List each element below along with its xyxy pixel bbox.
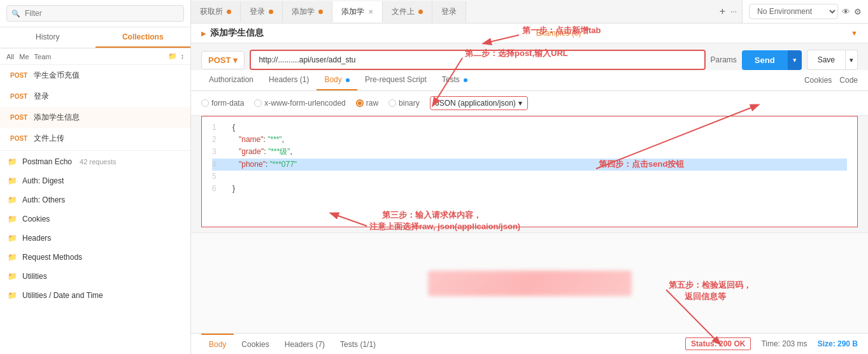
code-line: 1 { — [212, 122, 847, 134]
sub-tab-prerequest[interactable]: Pre-request Script — [357, 70, 434, 90]
tab-label: 获取所 — [200, 6, 223, 17]
sub-tab-headers[interactable]: Headers (1) — [261, 70, 317, 90]
tab-collections[interactable]: Collections — [96, 27, 191, 48]
folder-icon: 📁 — [8, 291, 17, 300]
sidebar-collection-cookies[interactable]: 📁 Cookies — [0, 209, 190, 229]
tab-dot — [227, 10, 231, 14]
more-tabs-button[interactable]: ··· — [730, 7, 737, 16]
sidebar-item-login[interactable]: POST 登录 — [0, 86, 190, 107]
radio-urlencoded[interactable]: x-www-form-urlencoded — [254, 99, 345, 108]
filter-all[interactable]: All — [6, 53, 14, 60]
tab-denglu2[interactable]: 登录 — [432, 1, 466, 22]
response-blur — [428, 271, 632, 296]
method-select[interactable]: POST ▾ — [201, 51, 245, 69]
cookies-link[interactable]: Cookies — [804, 76, 832, 85]
tab-tianjia2[interactable]: 添加学 ✕ — [332, 1, 383, 22]
filter-team[interactable]: Team — [34, 53, 52, 60]
tab-dot — [418, 10, 423, 14]
settings-icon[interactable]: ⚙ — [854, 7, 862, 17]
env-select[interactable]: No Environment — [749, 4, 838, 19]
save-button-group: Save ▾ — [807, 50, 858, 70]
tab-denglu1[interactable]: 登录 — [241, 1, 283, 22]
bottom-tab-cookies[interactable]: Cookies — [234, 334, 276, 354]
send-button[interactable]: Send — [742, 50, 788, 70]
sidebar: 🔍 History Collections All Me Team 📁 ↕ PO… — [0, 0, 191, 354]
radio-label: x-www-form-urlencoded — [264, 99, 345, 108]
sub-tab-auth[interactable]: Authorization — [201, 70, 261, 90]
radio-label: raw — [366, 99, 378, 108]
sidebar-collection-headers[interactable]: 📁 Headers — [0, 229, 190, 248]
code-content: { — [232, 122, 235, 134]
request-title: 添加学生信息 — [210, 27, 264, 39]
filter-input[interactable] — [6, 5, 184, 22]
code-line: 3 "grade": "***级", — [212, 146, 847, 158]
sidebar-collection-auth-digest[interactable]: 📁 Auth: Digest — [0, 171, 190, 190]
tab-close-icon[interactable]: ✕ — [368, 8, 373, 15]
line-num: 3 — [212, 146, 225, 158]
line-num: 5 — [212, 171, 225, 183]
url-input-wrap — [250, 50, 705, 70]
env-bar: No Environment 👁 ⚙ — [742, 0, 868, 23]
line-num: 1 — [212, 122, 225, 134]
filter-me[interactable]: Me — [19, 53, 29, 60]
json-type-selector[interactable]: JSON (application/json) ▾ — [430, 96, 528, 110]
line-num: 6 — [212, 183, 225, 195]
examples-link[interactable]: Examples (0) — [534, 29, 581, 38]
sub-tab-tests[interactable]: Tests — [434, 70, 475, 90]
sort-icon[interactable]: ↕ — [181, 52, 185, 60]
url-input[interactable] — [250, 50, 705, 70]
method-badge-post: POST — [8, 71, 30, 80]
folder-icon: 📁 — [8, 215, 17, 223]
save-dropdown-button[interactable]: ▾ — [846, 50, 858, 70]
code-line: 6 } — [212, 183, 847, 195]
sidebar-item-gold[interactable]: POST 学生金币充值 — [0, 65, 190, 86]
tab-wenjianshang[interactable]: 文件上 — [383, 1, 432, 22]
tab-huoqusuo[interactable]: 获取所 — [191, 1, 241, 22]
save-button[interactable]: Save — [807, 50, 846, 70]
sidebar-item-fileupload[interactable]: POST 文件上传 — [0, 128, 190, 149]
method-badge-post: POST — [8, 92, 30, 101]
sidebar-item-addstudent[interactable]: POST 添加学生信息 — [0, 107, 190, 128]
item-name: 文件上传 — [34, 133, 64, 144]
send-dropdown-button[interactable]: ▾ — [788, 50, 802, 70]
sidebar-collection-utilities[interactable]: 📁 Utilities — [0, 267, 190, 286]
code-editor[interactable]: 1 { 2 "name": "***", 3 "grade": "***级", … — [201, 116, 858, 227]
radio-raw[interactable]: raw — [356, 99, 378, 108]
code-line-selected: 4 "phone": "***077" — [212, 159, 847, 171]
sidebar-collection-echo[interactable]: 📁 Postman Echo 42 requests — [0, 152, 190, 171]
item-name: 添加学生信息 — [34, 112, 80, 123]
sidebar-divider — [0, 150, 190, 151]
tab-history[interactable]: History — [0, 27, 96, 48]
radio-binary[interactable]: binary — [388, 99, 420, 108]
sub-tab-body[interactable]: Body — [317, 70, 357, 90]
sub-tab-right: Cookies Code — [804, 76, 858, 85]
body-options: form-data x-www-form-urlencoded raw bina… — [191, 91, 868, 116]
tab-dot — [318, 10, 323, 14]
collection-name: Utilities — [22, 272, 47, 281]
collection-name: Auth: Digest — [22, 176, 64, 185]
eye-icon[interactable]: 👁 — [842, 7, 850, 17]
folder-icon: 📁 — [8, 176, 17, 185]
radio-label: binary — [399, 99, 420, 108]
params-label[interactable]: Params — [711, 55, 737, 64]
sidebar-collection-request-methods[interactable]: 📁 Request Methods — [0, 248, 190, 267]
tab-tianjia1[interactable]: 添加学 — [283, 1, 332, 22]
radio-form-data[interactable]: form-data — [201, 99, 244, 108]
new-tab-button[interactable]: + — [720, 6, 725, 17]
bottom-tab-tests[interactable]: Tests (1/1) — [332, 334, 383, 354]
bottom-tab-headers[interactable]: Headers (7) — [277, 334, 332, 354]
tests-dot — [464, 78, 467, 82]
code-content: "phone": "***077" — [232, 159, 297, 171]
collection-name: Auth: Others — [22, 195, 65, 204]
sidebar-collection-auth-others[interactable]: 📁 Auth: Others — [0, 190, 190, 209]
new-folder-icon[interactable]: 📁 — [168, 52, 177, 60]
sidebar-collection-utilities-date[interactable]: 📁 Utilities / Date and Time — [0, 286, 190, 305]
tab-label: 添加学 — [292, 6, 315, 17]
examples-dropdown-icon[interactable]: ▼ — [851, 29, 858, 37]
bottom-tab-body[interactable]: Body — [201, 334, 234, 354]
tab-label: 登录 — [441, 6, 457, 17]
code-content: "grade": "***级", — [232, 146, 292, 158]
code-link[interactable]: Code — [839, 76, 858, 85]
folder-icon: 📁 — [8, 195, 17, 204]
status-size: Size: 290 B — [818, 339, 858, 348]
